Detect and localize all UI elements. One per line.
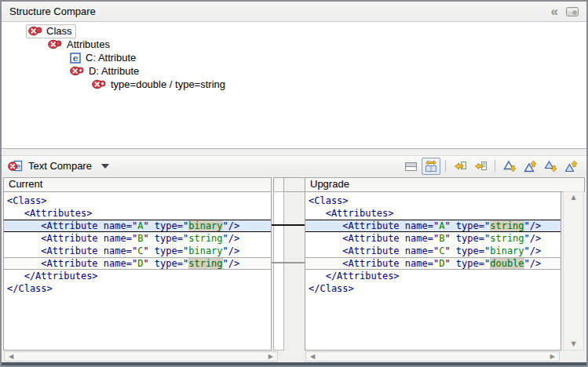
window-bottom-edge (2, 362, 586, 365)
structure-compare-header: Structure Compare « (2, 2, 586, 22)
code-token: "/> (524, 258, 542, 269)
split-pane-vertical-icon[interactable] (422, 158, 440, 175)
svg-text:e: e (73, 53, 79, 62)
code-token: <Class> (7, 195, 47, 206)
code-token: " type=" (143, 233, 188, 244)
code-line[interactable]: <Attributes> (305, 207, 561, 220)
diff-changed-icon (70, 66, 84, 76)
code-token: "/> (223, 245, 240, 256)
text-compare-icon: e (8, 160, 23, 172)
scroll-left-icon[interactable]: ◀ (310, 354, 315, 360)
previous-change-icon[interactable] (561, 158, 580, 175)
code-token: string (490, 233, 524, 244)
structure-compare-tree[interactable]: ClassAttributeseC: AttributeD: Attribute… (2, 22, 586, 148)
diff-deleted-icon (28, 26, 42, 36)
code-line[interactable]: <Attributes> (4, 207, 271, 220)
code-line[interactable]: <Attribute name="A" type="string"/> (305, 220, 561, 232)
diff-connector-selected (272, 224, 305, 226)
changed-token: binary (188, 220, 222, 231)
scroll-up-icon[interactable]: ▲ (571, 194, 575, 201)
code-line[interactable]: <Attribute name="D" type="double"/> (305, 257, 561, 270)
next-change-icon[interactable] (541, 158, 560, 175)
camera-icon[interactable] (566, 6, 579, 16)
code-line[interactable]: <Attribute name="C" type="binary"/> (305, 245, 561, 257)
tree-item[interactable]: eC: Attribute (2, 51, 586, 64)
diff-changed-icon (92, 79, 106, 89)
code-line[interactable]: <Attribute name="B" type="string"/> (305, 232, 561, 245)
code-line[interactable]: <Class> (4, 194, 271, 207)
code-line[interactable]: </Class> (305, 282, 561, 295)
copy-current-change-from-right-to-left-icon[interactable] (471, 158, 490, 175)
copy-all-from-right-to-left-icon[interactable] (451, 158, 469, 175)
diff-strip-header (273, 177, 284, 192)
code-token: binary (188, 245, 222, 256)
code-line[interactable]: <Attribute name="A" type="binary"/> (4, 220, 271, 232)
code-token: <Attribute name=" (309, 220, 439, 231)
code-token: " type=" (444, 258, 490, 269)
structure-header-actions: « (551, 5, 579, 18)
code-token: <Attribute name=" (7, 220, 137, 231)
scroll-right-icon[interactable]: ▶ (268, 354, 273, 360)
center-gutter-header (284, 177, 305, 192)
scroll-down-icon[interactable]: ▼ (571, 341, 575, 347)
code-token: "/> (223, 220, 240, 231)
code-line[interactable]: </Attributes> (4, 270, 271, 282)
code-token: <Attribute name=" (309, 258, 439, 269)
code-line[interactable]: <Class> (305, 194, 561, 207)
left-code-pane[interactable]: <Class> <Attributes> <Attribute name="A"… (3, 191, 272, 351)
left-pane-title: Current (3, 177, 272, 192)
tree-item[interactable]: type=double / type=string (2, 78, 586, 91)
code-token: " type=" (444, 245, 490, 256)
left-horizontal-scrollbar[interactable]: ◀ ▶ (4, 351, 278, 362)
diff-connector (272, 262, 305, 263)
code-line[interactable]: <Attribute name="B" type="string"/> (4, 232, 271, 245)
code-line[interactable]: <Attribute name="D" type="string"/> (4, 257, 271, 270)
code-token: <Attribute name=" (7, 233, 137, 244)
code-token: </Attributes> (309, 271, 400, 282)
diff-summary-strip (273, 191, 284, 351)
tree-item-label: C: Attribute (86, 52, 136, 64)
next-difference-icon[interactable] (500, 158, 519, 175)
code-token: "/> (223, 258, 240, 269)
diff-deleted-icon (48, 39, 62, 49)
toolbar-separator (445, 160, 446, 172)
tree-item-label: Class (46, 25, 72, 37)
changed-token: double (490, 258, 524, 269)
changed-token: string (188, 258, 222, 269)
code-line[interactable]: </Attributes> (305, 270, 561, 282)
code-token: " type=" (143, 245, 188, 256)
code-token: "/> (524, 233, 542, 244)
right-code-pane[interactable]: <Class> <Attributes> <Attribute name="A"… (305, 191, 561, 351)
code-token: "/> (524, 220, 542, 231)
code-token: </Attributes> (7, 271, 98, 282)
tree-item[interactable]: Class (2, 24, 586, 38)
tree-item[interactable]: D: Attribute (2, 64, 586, 78)
tree-item-label: Attributes (67, 38, 110, 50)
vertical-scrollbar[interactable]: ▲ ▼ (563, 191, 584, 351)
scroll-left-icon[interactable]: ◀ (9, 354, 13, 360)
code-token: <Attribute name=" (309, 245, 439, 256)
code-token: <Attribute name=" (7, 258, 137, 269)
right-horizontal-scrollbar[interactable]: ◀ ▶ (305, 351, 560, 362)
code-token: <Attribute name=" (309, 233, 439, 244)
code-token: " type=" (143, 258, 188, 269)
split-pane-horizontal-icon[interactable] (401, 158, 420, 175)
code-token: " type=" (143, 220, 188, 231)
tree-selection-box: Class (26, 24, 76, 38)
code-line[interactable]: </Class> (4, 282, 271, 295)
text-compare-toolbar (401, 158, 580, 175)
code-token: <Attributes> (7, 208, 92, 219)
code-line[interactable]: <Attribute name="C" type="binary"/> (4, 245, 271, 257)
code-token: " type=" (444, 233, 490, 244)
code-token: <Class> (309, 195, 349, 206)
chevron-down-icon[interactable] (101, 164, 109, 169)
code-token: "/> (223, 233, 240, 244)
scroll-right-icon[interactable]: ▶ (550, 354, 555, 360)
previous-difference-icon[interactable] (520, 158, 539, 175)
structure-compare-title: Structure Compare (9, 5, 96, 17)
double-chevron-left-icon[interactable]: « (551, 5, 557, 18)
tree-item[interactable]: Attributes (2, 38, 586, 51)
text-compare-title: Text Compare (28, 160, 92, 172)
tree-item-label: D: Attribute (89, 65, 139, 77)
code-token: string (188, 233, 222, 244)
